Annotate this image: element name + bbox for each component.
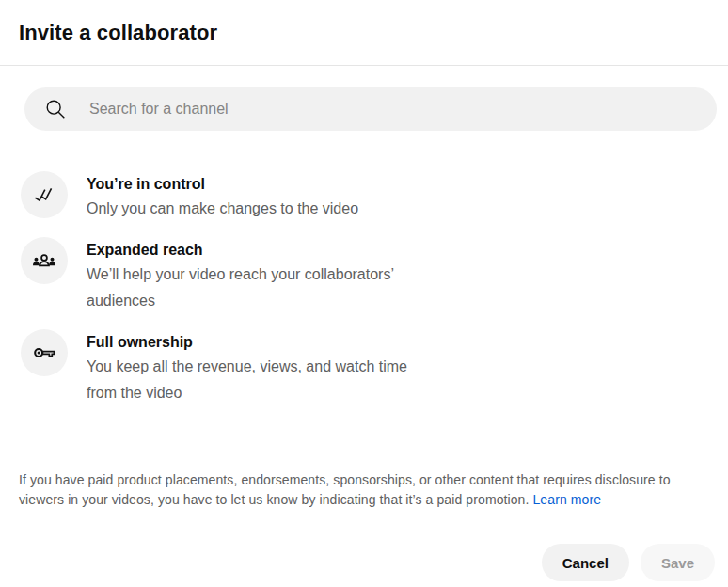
feature-description: We’ll help your video reach your collabo… xyxy=(87,262,421,314)
feature-title: You’re in control xyxy=(87,173,358,196)
save-button[interactable]: Save xyxy=(641,544,715,581)
channel-search-bar[interactable] xyxy=(24,87,717,131)
feature-title: Expanded reach xyxy=(87,239,421,262)
key-icon xyxy=(21,329,68,376)
feature-row-ownership: Full ownership You keep all the revenue,… xyxy=(21,329,709,406)
feature-description: You keep all the revenue, views, and wat… xyxy=(87,354,421,406)
search-icon xyxy=(43,97,68,121)
learn-more-link[interactable]: Learn more xyxy=(532,492,601,507)
feature-row-control: You’re in control Only you can make chan… xyxy=(21,171,709,222)
feature-list: You’re in control Only you can make chan… xyxy=(21,171,709,406)
feature-text: You’re in control Only you can make chan… xyxy=(87,171,358,222)
dialog-footer: Cancel Save xyxy=(542,544,715,581)
feature-description: Only you can make changes to the video xyxy=(87,196,358,222)
cancel-button[interactable]: Cancel xyxy=(542,544,629,581)
feature-text: Expanded reach We’ll help your video rea… xyxy=(87,237,421,314)
paid-promotion-disclosure: If you have paid product placements, end… xyxy=(19,470,713,509)
feature-text: Full ownership You keep all the revenue,… xyxy=(87,329,421,406)
search-input[interactable] xyxy=(89,101,717,118)
people-group-icon xyxy=(21,237,68,284)
double-check-icon xyxy=(21,171,68,218)
feature-row-reach: Expanded reach We’ll help your video rea… xyxy=(21,237,709,314)
dialog-header: Invite a collaborator xyxy=(0,0,728,66)
dialog-title: Invite a collaborator xyxy=(19,21,217,45)
feature-title: Full ownership xyxy=(87,331,421,354)
